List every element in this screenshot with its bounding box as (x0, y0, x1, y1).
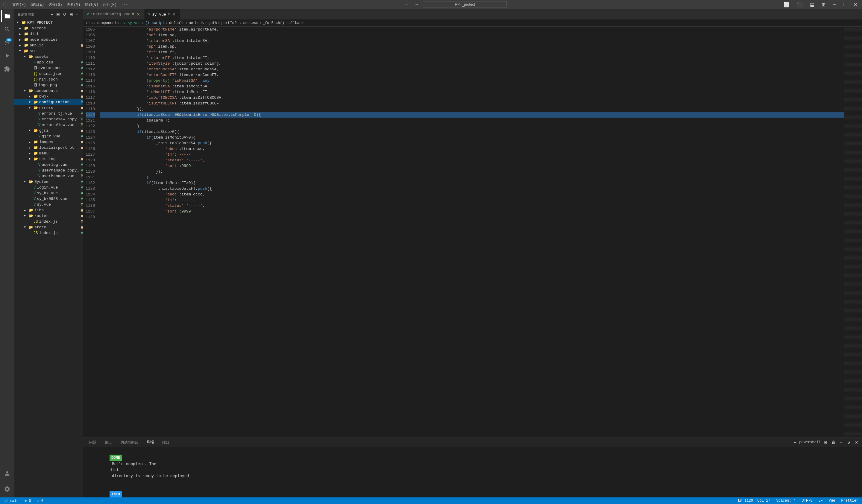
sidebar-item-configuration[interactable]: ▼📂 configuration M (14, 100, 83, 105)
sidebar-item-china-json[interactable]: ▶{} china.json A (14, 71, 83, 77)
terminal-content[interactable]: DONE Build complete. The dist directory … (83, 447, 862, 498)
sidebar-item-setting[interactable]: ▼📂 setting (14, 156, 83, 162)
bc-components[interactable]: components (97, 21, 119, 25)
bc-src[interactable]: src (86, 21, 93, 25)
bc-methods[interactable]: methods (189, 21, 204, 25)
tab-sy-vue[interactable]: V sy.vue M ✕ (145, 9, 180, 19)
sidebar-item-node-modules[interactable]: ▶📁 node_modules (14, 37, 83, 42)
layout-toggle-3[interactable]: ⬓ (808, 2, 816, 8)
tab-problems[interactable]: 问题 (86, 439, 100, 446)
tab-insteadconfig[interactable]: V insteadConfig.vue M ✕ (83, 9, 145, 19)
menu-file[interactable]: 文件(F) (12, 2, 26, 7)
sidebar-item-userlog[interactable]: ▶V userlog.vue A (14, 162, 83, 168)
sidebar-item-bwjk[interactable]: ▶📁 bwjk (14, 94, 83, 100)
status-formatter[interactable]: Prettier (840, 499, 860, 503)
menu-edit[interactable]: 编辑(E) (30, 2, 44, 7)
status-position[interactable]: Ln 1120, Col 17 (737, 499, 772, 503)
new-file-btn[interactable]: + (50, 11, 54, 17)
menu-view[interactable]: 查看(V) (67, 2, 80, 7)
sidebar-item-system[interactable]: ▼📂 System A (14, 179, 83, 185)
global-search[interactable] (423, 1, 507, 8)
sidebar-item-app-css[interactable]: ▶# app.css A (14, 59, 83, 65)
tab-debug-console[interactable]: 调试控制台 (117, 439, 142, 446)
menu-goto[interactable]: 转到(G) (85, 2, 99, 7)
sidebar-item-sy-vue[interactable]: ▶V sy.vue M (14, 202, 83, 208)
activity-extensions[interactable] (1, 63, 13, 75)
split-terminal-btn[interactable]: ⊟ (822, 439, 828, 445)
sidebar-item-vscode[interactable]: ▶📁 .vscode (14, 25, 83, 31)
layout-toggle-4[interactable]: ⊞ (820, 2, 827, 8)
sidebar-item-errors-view-copy[interactable]: ▶V errorsView copy.vue U (14, 116, 83, 122)
new-folder-btn[interactable]: ⊞ (56, 11, 61, 17)
bc-success[interactable]: success (243, 21, 258, 25)
status-language[interactable]: Vue (827, 499, 837, 503)
sidebar-item-components[interactable]: ▼📂 components (14, 88, 83, 94)
sidebar-item-router-index[interactable]: ▶JS index.js M (14, 219, 83, 224)
activity-run[interactable] (1, 50, 13, 62)
activity-search[interactable] (1, 23, 13, 35)
sidebar-item-login[interactable]: ▶V login.vue A (14, 185, 83, 190)
sidebar-item-logo[interactable]: ▶🖼 logo.png A (14, 82, 83, 88)
activity-explorer[interactable] (1, 10, 13, 22)
sidebar-item-localairportrpt[interactable]: ▶📁 localairportrpt (14, 145, 83, 150)
sidebar-item-avatar[interactable]: ▶🖼 avatar.png A (14, 65, 83, 71)
sidebar-item-usermanage-copy[interactable]: ▶V userManage copy... A (14, 168, 83, 173)
sidebar-item-store[interactable]: ▼📂 store (14, 224, 83, 230)
sidebar-item-store-index[interactable]: ▶JS index.js A (14, 230, 83, 236)
bc-getairportinfo[interactable]: getAirportInfo (208, 21, 238, 25)
bc-default[interactable]: default (169, 21, 184, 25)
activity-source-control[interactable]: 88 (1, 37, 13, 49)
maximize-panel-btn[interactable]: ∧ (846, 439, 852, 445)
window-close[interactable]: ✕ (851, 2, 859, 8)
sidebar-item-assets[interactable]: ▼📂 assets (14, 54, 83, 59)
code-content[interactable]: 'airportName':item.airportName, 'sa':ite… (99, 27, 844, 438)
nav-forward[interactable]: → (413, 1, 420, 8)
collapse-all-btn[interactable]: ⊟ (69, 11, 74, 17)
bc-script[interactable]: ⟨⟩ script (145, 21, 165, 25)
tree-root[interactable]: ▼ 📁 RPT_PROTECT (14, 20, 83, 25)
sidebar-item-errors-tj[interactable]: ▶V errors_tj.vue A (14, 111, 83, 116)
bc-foreach[interactable]: _forEach() callback (263, 21, 304, 25)
sidebar-item-src[interactable]: ▼📂 src (14, 48, 83, 54)
status-branch[interactable]: ⎇ main (2, 499, 20, 503)
sidebar-item-dist[interactable]: ▶📁 dist (14, 31, 83, 37)
sidebar-item-sy-bk[interactable]: ▶V sy_bk.vue A (14, 190, 83, 196)
window-maximize[interactable]: □ (841, 2, 848, 8)
tab-output[interactable]: 输出 (101, 439, 116, 446)
sidebar-item-errors-view[interactable]: ▶V errorsView.vue M (14, 122, 83, 128)
more-actions-btn[interactable]: ··· (75, 11, 80, 17)
sidebar-item-public[interactable]: ▶📁 public (14, 42, 83, 48)
close-sy-vue[interactable]: ✕ (171, 12, 176, 16)
sidebar-item-usermanage[interactable]: ▶V userManage.vue M (14, 173, 83, 179)
close-panel-btn[interactable]: ✕ (854, 439, 860, 445)
status-warnings[interactable]: ⚠ 0 (36, 499, 45, 503)
close-insteadconfig[interactable]: ✕ (136, 12, 141, 16)
refresh-btn[interactable]: ↺ (62, 11, 67, 17)
status-eol[interactable]: LF (817, 499, 824, 503)
activity-accounts[interactable] (1, 467, 13, 479)
tab-terminal[interactable]: 终端 (143, 438, 157, 446)
sidebar-item-errors[interactable]: ▼📂 errors (14, 105, 83, 111)
window-minimize[interactable]: ─ (831, 2, 838, 8)
layout-toggle-2[interactable]: ⬛ (795, 2, 805, 8)
menu-more[interactable]: ... (121, 2, 128, 7)
layout-toggle-1[interactable]: ⬜ (782, 2, 792, 8)
sidebar-item-libs[interactable]: ▶📁 libs (14, 208, 83, 213)
nav-back[interactable]: ← (403, 1, 410, 8)
sidebar-item-gjrz-vue[interactable]: ▶V gjrz.vue A (14, 133, 83, 139)
sidebar-item-hlj-json[interactable]: ▶{} hlj.json A (14, 77, 83, 82)
bc-sy-vue[interactable]: ▽ sy.vue (123, 21, 141, 25)
sidebar-item-images[interactable]: ▶📁 images (14, 139, 83, 145)
sidebar-item-menu[interactable]: ▶📁 menu (14, 150, 83, 156)
kill-terminal-btn[interactable]: 🗑 (830, 439, 837, 445)
status-spaces[interactable]: Spaces: 4 (775, 499, 797, 503)
new-terminal-btn[interactable]: + (793, 439, 797, 445)
tab-ports[interactable]: 端口 (159, 439, 173, 446)
menu-select[interactable]: 选择(S) (49, 2, 62, 7)
more-terminal-btn[interactable]: ··· (839, 439, 845, 445)
sidebar-item-gjrz[interactable]: ▼📂 gjrz (14, 128, 83, 133)
menu-run[interactable]: 运行(R) (103, 2, 117, 7)
status-encoding[interactable]: UTF-8 (800, 499, 813, 503)
sidebar-item-router[interactable]: ▼📂 router (14, 213, 83, 219)
sidebar-item-sy-bk0928[interactable]: ▶V sy_bk0928.vue A (14, 196, 83, 202)
